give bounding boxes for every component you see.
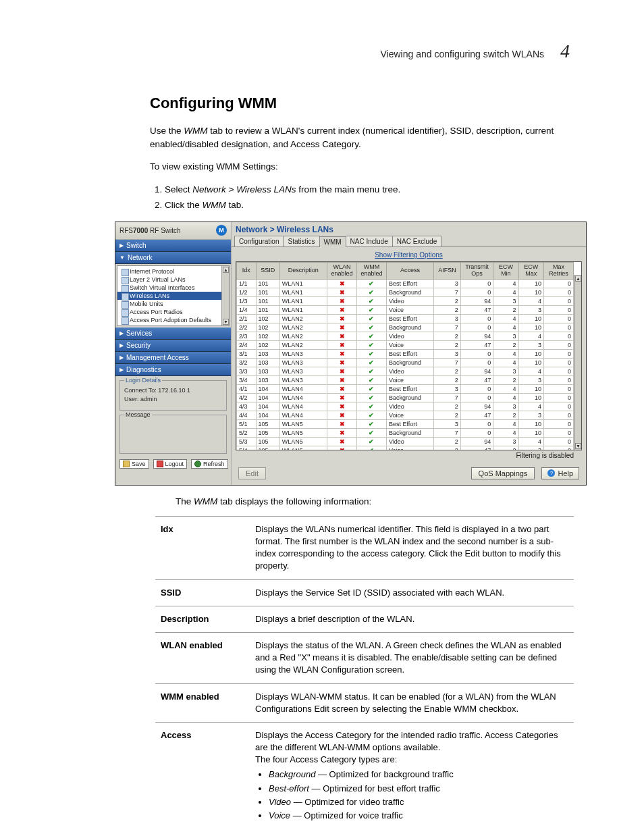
table-row[interactable]: 5/1105WLAN5✖✔Best Effort304100 <box>237 419 574 428</box>
save-button[interactable]: Save <box>119 459 149 469</box>
column-header[interactable]: WMM enabled <box>357 262 387 279</box>
check-icon: ✔ <box>359 412 384 419</box>
tree-item[interactable]: Mobile Units <box>117 300 229 308</box>
table-row[interactable]: 3/3103WLAN3✖✔Video294340 <box>237 367 574 375</box>
tree-item[interactable]: Layer 2 Virtual LANs <box>117 276 229 284</box>
check-icon: ✔ <box>359 315 384 322</box>
check-icon: ✔ <box>359 280 384 287</box>
table-row[interactable]: 4/3104WLAN4✖✔Video294340 <box>237 402 574 411</box>
show-filtering-options-link[interactable]: Show Filtering Options <box>375 251 443 259</box>
def-body: Displays a brief description of the WLAN… <box>250 606 574 632</box>
page-header: Viewing and configuring switch WLANs 4 <box>115 41 570 62</box>
nav-diagnostics[interactable]: Diagnostics <box>115 364 231 376</box>
refresh-button[interactable]: Refresh <box>191 459 228 469</box>
table-row[interactable]: 4/2104WLAN4✖✔Background704100 <box>237 393 574 402</box>
check-icon: ✔ <box>359 324 384 331</box>
column-header[interactable]: WLAN enabled <box>327 262 357 279</box>
def-body: Displays the WLANs numerical identifier.… <box>250 516 574 579</box>
table-row[interactable]: 2/3102WLAN2✖✔Video294340 <box>237 332 574 340</box>
tab-nac-exclude[interactable]: NAC Exclude <box>392 236 441 246</box>
tree-item[interactable]: Switch Virtual Interfaces <box>117 284 229 292</box>
breadcrumb: Network > Wireless LANs <box>232 222 586 236</box>
check-icon: ✔ <box>359 289 384 296</box>
def-term: SSID <box>155 579 250 606</box>
x-icon: ✖ <box>329 377 354 384</box>
x-icon: ✖ <box>329 342 354 348</box>
tab-nac-include[interactable]: NAC Include <box>346 236 393 246</box>
x-icon: ✖ <box>329 386 354 392</box>
def-term: WLAN enabled <box>155 632 250 683</box>
def-body: Displays the Access Category for the int… <box>250 722 574 830</box>
x-icon: ✖ <box>329 333 354 340</box>
tab-configuration[interactable]: Configuration <box>234 236 284 246</box>
tree-item[interactable]: Wireless LANs <box>117 292 229 300</box>
table-row[interactable]: 1/4101WLAN1✖✔Voice247230 <box>237 305 574 314</box>
nav-tree: Internet ProtocolLayer 2 Virtual LANsSwi… <box>117 265 230 326</box>
table-row[interactable]: 2/4102WLAN2✖✔Voice247230 <box>237 340 574 349</box>
tree-scrollbar[interactable]: ▲▼ <box>221 266 229 325</box>
tree-item[interactable]: Internet Protocol <box>117 267 229 276</box>
tree-item[interactable]: Access Port Adoption Defaults <box>117 316 229 324</box>
tab-wmm[interactable]: WMM <box>319 236 346 247</box>
nav-services[interactable]: Services <box>115 328 231 340</box>
check-icon: ✔ <box>359 307 384 313</box>
filter-status: Filtering is disabled <box>232 450 586 461</box>
chapter-number: 4 <box>560 41 570 62</box>
table-row[interactable]: 1/1101WLAN1✖✔Best Effort304100 <box>237 279 574 288</box>
table-row[interactable]: 5/2105WLAN5✖✔Background704100 <box>237 428 574 437</box>
table-row[interactable]: 5/4105WLAN5✖✔Voice247230 <box>237 446 574 450</box>
tab-statistics[interactable]: Statistics <box>283 236 319 246</box>
table-row[interactable]: 2/1102WLAN2✖✔Best Effort304100 <box>237 314 574 323</box>
x-icon: ✖ <box>329 429 354 436</box>
check-icon: ✔ <box>359 429 384 436</box>
x-icon: ✖ <box>329 298 354 305</box>
x-icon: ✖ <box>329 350 354 357</box>
column-header[interactable]: Transmit Ops <box>460 262 493 279</box>
check-icon: ✔ <box>359 438 384 445</box>
help-button[interactable]: ?Help <box>541 467 579 479</box>
header-text: Viewing and configuring switch WLANs <box>380 49 544 59</box>
column-header[interactable]: Description <box>279 262 327 279</box>
table-row[interactable]: 1/2101WLAN1✖✔Background704100 <box>237 288 574 296</box>
table-row[interactable]: 3/4103WLAN3✖✔Voice247230 <box>237 375 574 384</box>
table-row[interactable]: 4/4104WLAN4✖✔Voice247230 <box>237 411 574 419</box>
grid-scrollbar[interactable]: ▲▼ <box>574 275 581 450</box>
column-header[interactable]: ECW Min <box>493 262 518 279</box>
check-icon: ✔ <box>359 386 384 392</box>
table-row[interactable]: 3/1103WLAN3✖✔Best Effort304100 <box>237 349 574 358</box>
tree-item[interactable]: Access Port Radios <box>117 308 229 316</box>
ui-screenshot: RFS7000 RF Switch M Switch Network Inter… <box>115 221 587 486</box>
table-row[interactable]: 4/1104WLAN4✖✔Best Effort304100 <box>237 384 574 393</box>
main-panel: Network > Wireless LANs ConfigurationSta… <box>232 222 586 485</box>
nav-management-access[interactable]: Management Access <box>115 352 231 364</box>
column-header[interactable]: Access <box>386 262 433 279</box>
nav-network[interactable]: Network <box>115 252 231 264</box>
nav-security[interactable]: Security <box>115 340 231 352</box>
check-icon: ✔ <box>359 377 384 384</box>
column-header[interactable]: Idx <box>237 262 257 279</box>
check-icon: ✔ <box>359 403 384 410</box>
x-icon: ✖ <box>329 307 354 313</box>
check-icon: ✔ <box>359 447 384 450</box>
brand-logo-icon: M <box>216 225 227 236</box>
qos-mappings-button[interactable]: QoS Mappings <box>471 467 535 479</box>
column-header[interactable]: Max Retries <box>543 262 573 279</box>
check-icon: ✔ <box>359 368 384 375</box>
column-header[interactable]: AIFSN <box>434 262 461 279</box>
edit-button[interactable]: Edit <box>238 467 266 479</box>
def-body: Displays the status of the WLAN. A Green… <box>250 632 574 683</box>
def-term: Idx <box>155 516 250 579</box>
login-details: Login Details Connect To: 172.16.10.1 Us… <box>119 380 227 411</box>
message-box: Message <box>119 415 227 454</box>
table-row[interactable]: 3/2103WLAN3✖✔Background704100 <box>237 358 574 367</box>
table-row[interactable]: 1/3101WLAN1✖✔Video294340 <box>237 296 574 305</box>
wmm-grid: IdxSSIDDescriptionWLAN enabledWMM enable… <box>236 261 582 450</box>
x-icon: ✖ <box>329 438 354 445</box>
logout-button[interactable]: Logout <box>153 459 188 469</box>
column-header[interactable]: SSID <box>256 262 279 279</box>
table-row[interactable]: 5/3105WLAN5✖✔Video294340 <box>237 437 574 446</box>
nav-switch[interactable]: Switch <box>115 240 231 252</box>
x-icon: ✖ <box>329 280 354 287</box>
column-header[interactable]: ECW Max <box>518 262 543 279</box>
table-row[interactable]: 2/2102WLAN2✖✔Background704100 <box>237 323 574 332</box>
